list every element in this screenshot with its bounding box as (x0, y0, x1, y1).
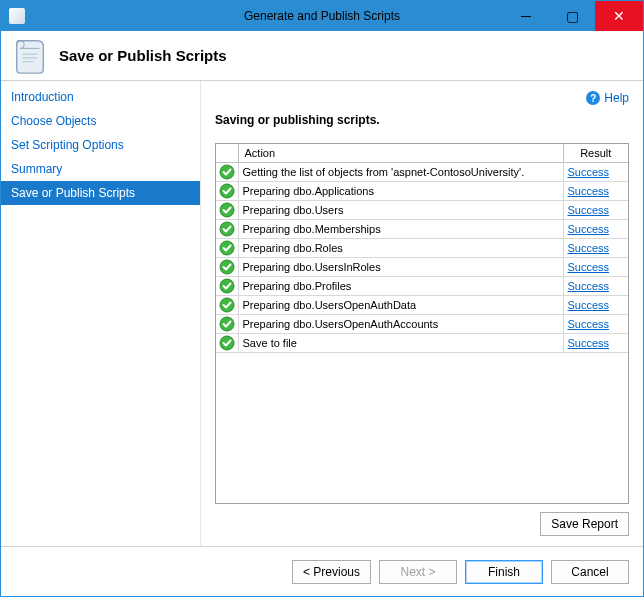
success-icon (216, 334, 238, 353)
section-title: Saving or publishing scripts. (215, 113, 629, 127)
nav-item-choose-objects[interactable]: Choose Objects (1, 109, 200, 133)
table-row: Getting the list of objects from 'aspnet… (216, 163, 628, 182)
titlebar: Generate and Publish Scripts ─ ▢ ✕ (1, 1, 643, 31)
action-cell: Save to file (238, 334, 563, 353)
maximize-button[interactable]: ▢ (549, 1, 595, 31)
result-cell[interactable]: Success (563, 277, 628, 296)
result-cell[interactable]: Success (563, 296, 628, 315)
success-icon (216, 277, 238, 296)
success-icon (216, 201, 238, 220)
success-icon (216, 220, 238, 239)
nav-item-set-scripting-options[interactable]: Set Scripting Options (1, 133, 200, 157)
main-content: ? Help Saving or publishing scripts. Act… (201, 81, 643, 546)
action-cell: Preparing dbo.Users (238, 201, 563, 220)
nav-item-summary[interactable]: Summary (1, 157, 200, 181)
result-cell[interactable]: Success (563, 201, 628, 220)
result-cell[interactable]: Success (563, 258, 628, 277)
action-cell: Preparing dbo.Profiles (238, 277, 563, 296)
col-action: Action (238, 144, 563, 163)
next-button: Next > (379, 560, 457, 584)
table-row: Preparing dbo.UsersSuccess (216, 201, 628, 220)
progress-table: Action Result Getting the list of object… (215, 143, 629, 504)
close-button[interactable]: ✕ (595, 1, 643, 31)
success-icon (216, 315, 238, 334)
result-cell[interactable]: Success (563, 163, 628, 182)
action-cell: Preparing dbo.UsersInRoles (238, 258, 563, 277)
finish-button[interactable]: Finish (465, 560, 543, 584)
table-row: Preparing dbo.UsersOpenAuthDataSuccess (216, 296, 628, 315)
result-cell[interactable]: Success (563, 220, 628, 239)
success-icon (216, 163, 238, 182)
action-cell: Getting the list of objects from 'aspnet… (238, 163, 563, 182)
result-cell[interactable]: Success (563, 182, 628, 201)
table-row: Preparing dbo.ApplicationsSuccess (216, 182, 628, 201)
nav-item-introduction[interactable]: Introduction (1, 85, 200, 109)
help-link[interactable]: Help (604, 91, 629, 105)
nav-item-save-or-publish-scripts[interactable]: Save or Publish Scripts (1, 181, 200, 205)
window-title: Generate and Publish Scripts (244, 9, 400, 23)
success-icon (216, 239, 238, 258)
success-icon (216, 182, 238, 201)
help-icon[interactable]: ? (586, 91, 600, 105)
scroll-icon (11, 37, 49, 75)
result-cell[interactable]: Success (563, 239, 628, 258)
minimize-button[interactable]: ─ (503, 1, 549, 31)
app-icon (9, 8, 25, 24)
result-cell[interactable]: Success (563, 315, 628, 334)
cancel-button[interactable]: Cancel (551, 560, 629, 584)
wizard-header: Save or Publish Scripts (1, 31, 643, 81)
action-cell: Preparing dbo.UsersOpenAuthAccounts (238, 315, 563, 334)
table-row: Preparing dbo.UsersOpenAuthAccountsSucce… (216, 315, 628, 334)
table-row: Preparing dbo.RolesSuccess (216, 239, 628, 258)
col-status (216, 144, 238, 163)
result-cell[interactable]: Success (563, 334, 628, 353)
save-report-button[interactable]: Save Report (540, 512, 629, 536)
table-row: Preparing dbo.UsersInRolesSuccess (216, 258, 628, 277)
table-row: Save to fileSuccess (216, 334, 628, 353)
success-icon (216, 258, 238, 277)
action-cell: Preparing dbo.Roles (238, 239, 563, 258)
previous-button[interactable]: < Previous (292, 560, 371, 584)
action-cell: Preparing dbo.UsersOpenAuthData (238, 296, 563, 315)
action-cell: Preparing dbo.Applications (238, 182, 563, 201)
action-cell: Preparing dbo.Memberships (238, 220, 563, 239)
success-icon (216, 296, 238, 315)
page-title: Save or Publish Scripts (59, 47, 227, 64)
wizard-footer: < Previous Next > Finish Cancel (1, 546, 643, 596)
col-result: Result (563, 144, 628, 163)
table-row: Preparing dbo.ProfilesSuccess (216, 277, 628, 296)
wizard-nav: IntroductionChoose ObjectsSet Scripting … (1, 81, 201, 546)
table-row: Preparing dbo.MembershipsSuccess (216, 220, 628, 239)
window-controls: ─ ▢ ✕ (503, 1, 643, 31)
